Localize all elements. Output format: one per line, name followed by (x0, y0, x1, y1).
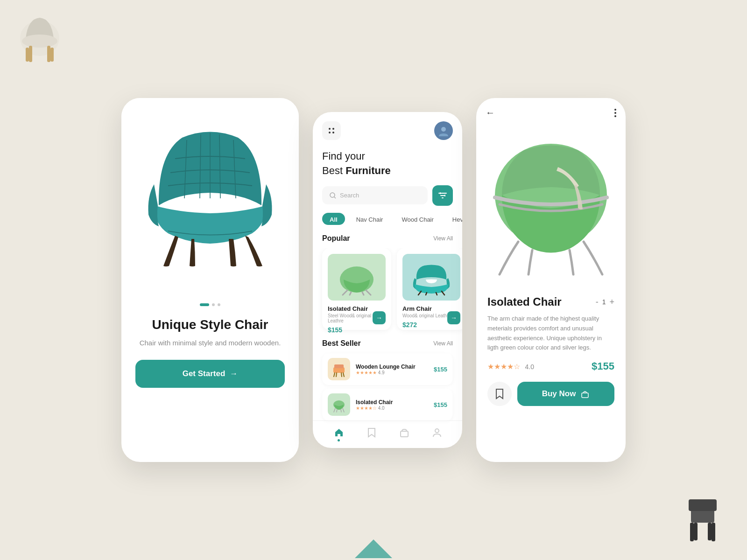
product-detail-price: $155 (592, 360, 614, 372)
bs-name-1: Wooden Lounge Chair (356, 364, 428, 370)
svg-rect-20 (440, 195, 445, 196)
product-title-row: Isolated Chair - 1 + (487, 295, 614, 308)
hero-heading: Find your Best Furniture (322, 149, 453, 178)
deco-chair-bottom-right (682, 495, 724, 546)
svg-line-40 (334, 408, 335, 412)
product-detail-title: Isolated Chair (487, 295, 562, 308)
tab-all[interactable]: All (322, 213, 345, 225)
nav-cart[interactable] (399, 427, 409, 441)
popular-view-all[interactable]: View All (433, 235, 453, 242)
filter-icon (438, 192, 447, 199)
svg-rect-49 (689, 499, 717, 511)
bookmark-button[interactable] (487, 382, 512, 406)
more-options-button[interactable] (614, 109, 616, 117)
tab-hev-chair[interactable]: Hev Cha... (445, 213, 462, 225)
search-box[interactable]: Search (322, 186, 428, 204)
browse-hero: Find your Best Furniture (313, 145, 462, 185)
svg-line-28 (362, 292, 364, 295)
detail-screen: ← Isolat (476, 98, 626, 462)
popular-title: Popular (322, 234, 350, 243)
nav-active-dot (338, 439, 340, 441)
product-arrow-isolated[interactable]: → (373, 311, 386, 324)
rating-stars: ★★★★☆ 4.0 (487, 362, 534, 371)
tab-nav-chair[interactable]: Nav Chair (349, 213, 391, 225)
onboarding-content: Unique Style Chair Chair with minimal st… (121, 294, 299, 402)
search-row: Search (313, 185, 462, 213)
nav-bookmark[interactable] (367, 427, 376, 441)
svg-rect-4 (26, 48, 29, 62)
svg-line-37 (336, 373, 337, 377)
search-icon (330, 192, 336, 199)
svg-line-42 (337, 409, 337, 412)
onboarding-title: Unique Style Chair (152, 317, 268, 332)
svg-marker-54 (355, 539, 392, 558)
svg-rect-44 (401, 431, 408, 437)
bs-img-2 (328, 393, 350, 416)
svg-line-18 (334, 197, 336, 198)
home-icon (334, 427, 344, 438)
get-started-button[interactable]: Get Started → (135, 360, 285, 388)
svg-rect-52 (694, 523, 698, 540)
qty-plus-button[interactable]: + (609, 297, 614, 307)
dot-2 (212, 303, 215, 306)
svg-line-36 (343, 373, 344, 377)
nav-profile[interactable] (432, 427, 442, 441)
svg-rect-53 (708, 523, 712, 540)
search-placeholder: Search (340, 192, 359, 199)
bs-info-1: Wooden Lounge Chair ★★★★★ 4.9 (356, 364, 428, 375)
menu-button[interactable] (322, 121, 341, 140)
bestseller-view-all[interactable]: View All (433, 340, 453, 347)
qty-value: 1 (602, 298, 606, 306)
bs-price-1: $155 (434, 366, 447, 373)
category-tabs: All Nav Chair Wood Chair Hev Cha... (313, 213, 462, 232)
svg-point-11 (329, 128, 331, 130)
buy-label: Buy Now (542, 389, 576, 399)
rating-row: ★★★★☆ 4.0 $155 (487, 360, 614, 372)
svg-rect-5 (50, 48, 54, 62)
product-description: The arm chair made of the highest qualit… (487, 314, 614, 353)
product-card-arm: Arm Chair Wood& original Leathre $272 → (397, 248, 462, 330)
svg-line-41 (343, 408, 344, 412)
tab-wood-chair[interactable]: Wood Chair (394, 213, 441, 225)
bottom-navigation (313, 420, 462, 448)
product-image-arm (402, 254, 460, 301)
svg-rect-50 (690, 523, 694, 541)
get-started-label: Get Started (183, 369, 226, 378)
product-price-isolated: $155 (328, 326, 386, 334)
bs-stars-2: ★★★★☆ 4.0 (356, 406, 428, 411)
svg-line-35 (334, 373, 335, 377)
filter-button[interactable] (432, 185, 453, 206)
user-avatar[interactable] (434, 121, 453, 140)
action-row: Buy Now (487, 382, 614, 406)
product-arrow-arm[interactable]: → (447, 311, 460, 324)
nav-home[interactable] (334, 427, 344, 441)
product-card-isolated: Isolated Chair Steel Wood& original Leat… (322, 248, 391, 330)
bs-price-2: $155 (434, 401, 447, 408)
product-image-isolated (328, 254, 386, 301)
stars-display: ★★★★☆ (487, 363, 520, 371)
svg-line-38 (341, 373, 342, 377)
svg-line-43 (341, 409, 341, 412)
bookmark-icon (367, 427, 376, 438)
svg-point-17 (330, 193, 335, 197)
rating-number: 4.0 (525, 363, 534, 371)
buy-now-button[interactable]: Buy Now (517, 382, 614, 406)
onboarding-screen: Unique Style Chair Chair with minimal st… (121, 98, 299, 462)
pagination-dots (200, 303, 220, 306)
detail-hero-image (476, 118, 626, 286)
svg-rect-3 (47, 46, 50, 62)
dot-3 (218, 303, 220, 306)
qty-minus-button[interactable]: - (596, 297, 599, 307)
browse-header (313, 112, 462, 145)
deco-chair-top-left (14, 9, 65, 70)
svg-point-14 (332, 132, 334, 133)
onboarding-subtitle: Chair with minimal style and modern wood… (140, 338, 281, 349)
svg-rect-22 (440, 192, 441, 194)
quantity-control: - 1 + (596, 297, 614, 307)
svg-rect-23 (444, 195, 445, 196)
back-button[interactable]: ← (486, 107, 495, 118)
svg-point-1 (22, 35, 57, 48)
bookmark-icon-detail (495, 388, 504, 399)
bag-icon (399, 427, 409, 438)
svg-rect-2 (29, 46, 32, 62)
